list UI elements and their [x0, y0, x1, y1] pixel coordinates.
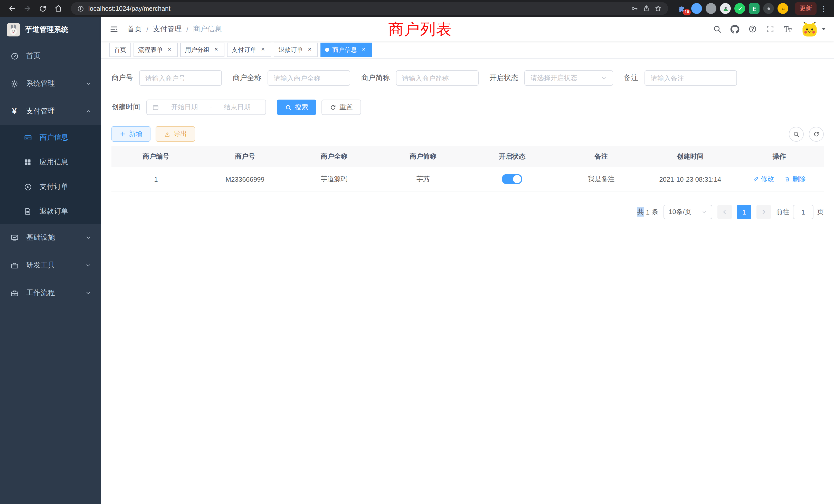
bookmark-star-icon[interactable] [654, 5, 662, 12]
filter-label: 开启状态 [489, 73, 518, 83]
sidebar-logo[interactable]: 芋道管理系统 [0, 17, 101, 42]
extension-green-circle-icon[interactable] [734, 3, 745, 14]
chrome-update-button[interactable]: 更新 [795, 2, 816, 15]
close-icon[interactable] [306, 46, 313, 53]
cell-create-time: 2021-10-23 08:31:14 [646, 167, 735, 191]
status-toggle[interactable] [502, 174, 522, 184]
refresh-table-button[interactable] [809, 127, 824, 141]
filter-merchant-no: 商户号 [111, 70, 222, 86]
filter-label: 商户号 [111, 73, 133, 83]
full-name-input[interactable] [267, 70, 350, 86]
tab-merchant-info[interactable]: 商户信息 [321, 43, 372, 57]
date-end-placeholder: 结束日期 [214, 102, 260, 112]
delete-link[interactable]: 删除 [784, 175, 806, 184]
sidebar-item-label: 基础设施 [26, 233, 78, 242]
tab-home[interactable]: 首页 [109, 43, 131, 57]
share-icon[interactable] [642, 5, 650, 12]
address-bar[interactable]: localhost:1024/pay/merchant [71, 2, 668, 15]
col-short-name: 商户简称 [378, 146, 467, 167]
tabs-bar: 首页 流程表单 用户分组 支付订单 退款订单 [101, 41, 834, 59]
password-key-icon[interactable] [631, 5, 638, 12]
sidebar-item-merchant-info[interactable]: 商户信息 [0, 125, 101, 150]
user-menu[interactable] [801, 21, 826, 38]
add-button[interactable]: 新增 [111, 126, 151, 142]
sidebar-item-label: 支付订单 [40, 182, 91, 191]
sidebar-item-system[interactable]: 系统管理 [0, 70, 101, 97]
chrome-menu-icon[interactable] [820, 4, 828, 13]
fullscreen-icon[interactable] [766, 25, 774, 33]
chevron-down-icon [85, 81, 91, 87]
table-header-row: 商户编号 商户号 商户全称 商户简称 开启状态 备注 创建时间 操作 [111, 146, 824, 167]
status-select[interactable]: 请选择开启状态 [524, 70, 613, 86]
filter-label: 备注 [624, 73, 638, 83]
extension-puzzle-icon[interactable]: 10 [677, 3, 688, 14]
tab-label: 用户分组 [185, 45, 210, 54]
breadcrumb: 首页 支付管理 商户信息 [127, 24, 222, 33]
sidebar-item-dev-tools[interactable]: 研发工具 [0, 251, 101, 279]
close-icon[interactable] [259, 46, 266, 53]
tab-label: 流程表单 [138, 45, 163, 54]
breadcrumb-current: 商户信息 [193, 24, 222, 33]
extension-smiley-icon[interactable] [777, 3, 788, 14]
sidebar-item-pay-order[interactable]: 支付订单 [0, 175, 101, 199]
briefcase-icon [10, 289, 19, 298]
tab-label: 退款订单 [278, 45, 303, 54]
export-button-label: 导出 [174, 129, 187, 139]
home-icon[interactable] [51, 2, 65, 15]
forward-icon[interactable] [21, 2, 34, 15]
search-icon[interactable] [713, 25, 722, 33]
sidebar-item-workflow[interactable]: 工作流程 [0, 279, 101, 307]
extension-drop-icon[interactable] [691, 3, 702, 14]
col-create-time: 创建时间 [646, 146, 735, 167]
extension-gray-icon[interactable] [706, 3, 717, 14]
chevron-down-icon [702, 209, 707, 215]
short-name-input[interactable] [396, 70, 479, 86]
sidebar-item-payment[interactable]: 支付管理 [0, 97, 101, 125]
search-button[interactable]: 搜索 [277, 99, 316, 115]
extension-avatar-icon[interactable] [720, 3, 731, 14]
extension-sheets-icon[interactable] [749, 3, 760, 14]
page-number-button[interactable]: 1 [737, 205, 751, 219]
page-size-value: 10条/页 [668, 207, 691, 216]
extension-dark-puzzle-icon[interactable] [763, 3, 774, 14]
close-icon[interactable] [213, 46, 220, 53]
sidebar-item-infrastructure[interactable]: 基础设施 [0, 224, 101, 251]
cell-merchant-no: M233666999 [200, 167, 290, 191]
help-icon[interactable] [748, 25, 757, 33]
sidebar-item-label: 支付管理 [26, 107, 78, 116]
reload-icon[interactable] [36, 2, 49, 15]
goto-page-input[interactable] [793, 205, 813, 219]
breadcrumb-payment[interactable]: 支付管理 [153, 24, 182, 33]
dashboard-icon [10, 51, 19, 61]
remark-input[interactable] [644, 70, 737, 86]
tab-user-group[interactable]: 用户分组 [180, 43, 224, 57]
breadcrumb-home[interactable]: 首页 [127, 24, 142, 33]
sidebar-item-home[interactable]: 首页 [0, 42, 101, 70]
reset-button[interactable]: 重置 [322, 99, 361, 115]
edit-link[interactable]: 修改 [753, 175, 774, 184]
chevron-down-icon [601, 75, 607, 81]
close-icon[interactable] [166, 46, 173, 53]
toggle-search-button[interactable] [789, 127, 804, 141]
pagination: 共 1 条 10条/页 1 [111, 205, 824, 219]
hamburger-icon[interactable] [109, 24, 118, 33]
sidebar-item-app-info[interactable]: 应用信息 [0, 150, 101, 175]
next-page-button[interactable] [756, 205, 771, 219]
tab-process-form[interactable]: 流程表单 [133, 43, 178, 57]
close-icon[interactable] [360, 46, 367, 53]
info-icon[interactable] [77, 5, 84, 12]
back-icon[interactable] [5, 2, 19, 15]
sidebar: 芋道管理系统 首页 系统管理 支付管理 [0, 17, 101, 504]
github-icon[interactable] [730, 24, 740, 33]
page-size-select[interactable]: 10条/页 [663, 205, 712, 219]
sidebar-item-refund-order[interactable]: 退款订单 [0, 199, 101, 224]
prev-page-button[interactable] [718, 205, 732, 219]
merchant-no-input[interactable] [139, 70, 222, 86]
sidebar-item-label: 商户信息 [40, 133, 91, 142]
font-size-icon[interactable] [783, 24, 792, 33]
tab-pay-order[interactable]: 支付订单 [227, 43, 271, 57]
export-button[interactable]: 导出 [156, 126, 195, 142]
tab-refund-order[interactable]: 退款订单 [274, 43, 318, 57]
add-button-label: 新增 [129, 129, 142, 139]
date-range-picker[interactable]: 开始日期 - 结束日期 [146, 99, 266, 115]
